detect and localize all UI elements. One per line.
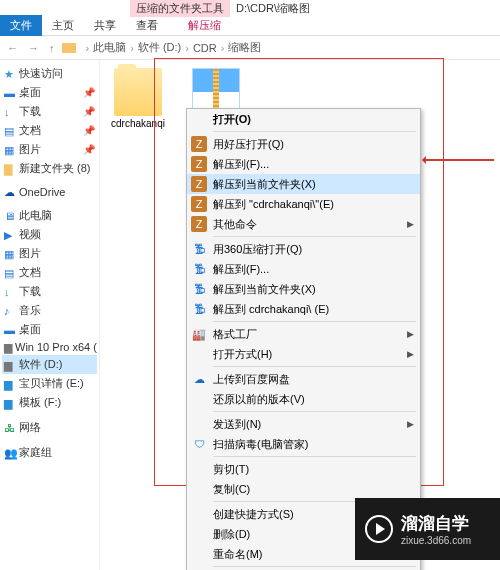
haozip-icon: Z <box>191 216 207 232</box>
sidebar-homegroup[interactable]: 👥家庭组 <box>2 443 97 462</box>
nav-fwd-icon[interactable]: → <box>25 42 42 54</box>
ctx-other-cmd[interactable]: Z其他命令▶ <box>187 214 420 234</box>
ctx-baidu[interactable]: ☁上传到百度网盘 <box>187 369 420 389</box>
file-folder[interactable]: cdrchakanqi <box>108 68 168 129</box>
sidebar-desktop2[interactable]: ▬桌面 <box>2 320 97 339</box>
ctx-extract-named[interactable]: Z解压到 "cdrchakanqi\"(E) <box>187 194 420 214</box>
ctx-open-with[interactable]: 打开方式(H)▶ <box>187 344 420 364</box>
format-factory-icon: 🏭 <box>191 326 207 342</box>
sidebar-this-pc[interactable]: 🖥此电脑 <box>2 206 97 225</box>
sidebar-music[interactable]: ♪音乐 <box>2 301 97 320</box>
ctx-qq-scan[interactable]: 🛡扫描病毒(电脑管家) <box>187 434 420 454</box>
sidebar-documents2[interactable]: ▤文档 <box>2 263 97 282</box>
folder-icon <box>62 43 76 53</box>
window-title-path: D:\CDR\缩略图 <box>230 0 316 17</box>
ctx-360-open[interactable]: 🗜用360压缩打开(Q) <box>187 239 420 259</box>
sidebar-videos[interactable]: ▶视频 <box>2 225 97 244</box>
zip360-icon: 🗜 <box>191 301 207 317</box>
tab-share[interactable]: 共享 <box>84 15 126 36</box>
ribbon-tabs: 文件 主页 共享 查看 解压缩 <box>0 16 500 36</box>
tab-file[interactable]: 文件 <box>0 15 42 36</box>
haozip-icon: Z <box>191 136 207 152</box>
watermark-badge: 溜溜自学 zixue.3d66.com <box>355 498 500 560</box>
nav-bar: ← → ↑ ›此电脑 ›软件 (D:) ›CDR ›缩略图 <box>0 36 500 60</box>
ctx-extract-here[interactable]: Z解压到当前文件夹(X) <box>187 174 420 194</box>
sidebar-onedrive[interactable]: ☁OneDrive <box>2 184 97 200</box>
sidebar-drive-f[interactable]: ▆模板 (F:) <box>2 393 97 412</box>
sidebar-pictures2[interactable]: ▦图片 <box>2 244 97 263</box>
ctx-restore[interactable]: 还原以前的版本(V) <box>187 389 420 409</box>
nav-up-icon[interactable]: ↑ <box>46 42 58 54</box>
sidebar-downloads[interactable]: ↓下载📌 <box>2 102 97 121</box>
zip360-icon: 🗜 <box>191 261 207 277</box>
ctx-haozip-open[interactable]: Z用好压打开(Q) <box>187 134 420 154</box>
ctx-360-to[interactable]: 🗜解压到(F)... <box>187 259 420 279</box>
tab-extract[interactable]: 解压缩 <box>178 15 231 36</box>
haozip-icon: Z <box>191 176 207 192</box>
haozip-icon: Z <box>191 196 207 212</box>
sidebar-pictures[interactable]: ▦图片📌 <box>2 140 97 159</box>
sidebar-network[interactable]: 🖧网络 <box>2 418 97 437</box>
zip360-icon: 🗜 <box>191 281 207 297</box>
sidebar: ★快速访问 ▬桌面📌 ↓下载📌 ▤文档📌 ▦图片📌 ▇新建文件夹 (8) ☁On… <box>0 60 100 570</box>
sidebar-drive-e[interactable]: ▆宝贝详情 (E:) <box>2 374 97 393</box>
ctx-copy[interactable]: 复制(C) <box>187 479 420 499</box>
nav-back-icon[interactable]: ← <box>4 42 21 54</box>
haozip-icon: Z <box>191 156 207 172</box>
sidebar-newfolder[interactable]: ▇新建文件夹 (8) <box>2 159 97 178</box>
ctx-extract-to[interactable]: Z解压到(F)... <box>187 154 420 174</box>
folder-icon <box>114 68 162 116</box>
sidebar-drive-d[interactable]: ▆软件 (D:) <box>2 355 97 374</box>
qq-guard-icon: 🛡 <box>191 436 207 452</box>
sidebar-downloads2[interactable]: ↓下载 <box>2 282 97 301</box>
content-area: cdrchakanqi cdrchakanqi 打开(O) Z用好压打开(Q) … <box>100 60 500 570</box>
sidebar-drive-c[interactable]: ▆Win 10 Pro x64 (C <box>2 339 97 355</box>
zip360-icon: 🗜 <box>191 241 207 257</box>
tab-home[interactable]: 主页 <box>42 15 84 36</box>
tab-view[interactable]: 查看 <box>126 15 168 36</box>
annotation-arrow <box>424 159 494 161</box>
play-icon <box>365 515 393 543</box>
sidebar-quick-access[interactable]: ★快速访问 <box>2 64 97 83</box>
ctx-sendto[interactable]: 发送到(N)▶ <box>187 414 420 434</box>
sidebar-desktop[interactable]: ▬桌面📌 <box>2 83 97 102</box>
ctx-360-named[interactable]: 🗜解压到 cdrchakanqi\ (E) <box>187 299 420 319</box>
ctx-360-here[interactable]: 🗜解压到当前文件夹(X) <box>187 279 420 299</box>
breadcrumb[interactable]: ›此电脑 ›软件 (D:) ›CDR ›缩略图 <box>84 40 264 55</box>
baidu-cloud-icon: ☁ <box>191 371 207 387</box>
ctx-cut[interactable]: 剪切(T) <box>187 459 420 479</box>
sidebar-documents[interactable]: ▤文档📌 <box>2 121 97 140</box>
ctx-open[interactable]: 打开(O) <box>187 109 420 129</box>
ctx-format-factory[interactable]: 🏭格式工厂▶ <box>187 324 420 344</box>
